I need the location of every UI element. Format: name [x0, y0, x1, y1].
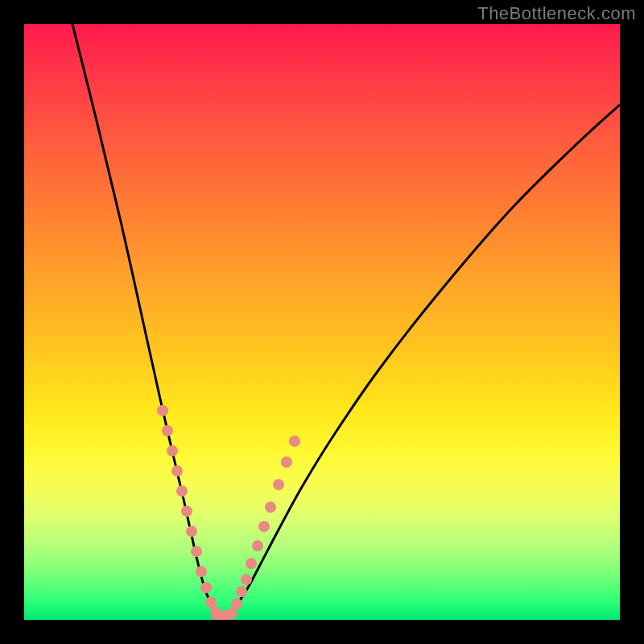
data-marker [167, 445, 178, 456]
data-marker [205, 597, 217, 608]
data-marker [246, 558, 257, 569]
data-marker [186, 526, 197, 537]
data-marker [171, 465, 183, 477]
data-marker [176, 485, 188, 497]
data-marker [241, 574, 252, 585]
data-marker [196, 566, 207, 577]
chart-frame: TheBottleneck.com [0, 0, 644, 644]
data-marker [281, 456, 292, 468]
curve-left-branch [72, 24, 217, 616]
data-marker [162, 425, 173, 436]
curve-right-branch [229, 105, 620, 616]
data-marker [289, 436, 300, 447]
data-marker [258, 521, 270, 532]
data-marker [157, 405, 168, 416]
data-marker [231, 598, 242, 609]
data-marker [265, 502, 276, 513]
chart-svg [24, 24, 620, 620]
data-marker [273, 479, 284, 490]
watermark-text: TheBottleneck.com [477, 3, 636, 24]
data-marker [191, 546, 202, 557]
data-marker [252, 540, 263, 551]
data-marker [200, 582, 212, 593]
data-marker [181, 506, 192, 517]
data-marker [236, 586, 247, 597]
plot-area [24, 24, 620, 620]
